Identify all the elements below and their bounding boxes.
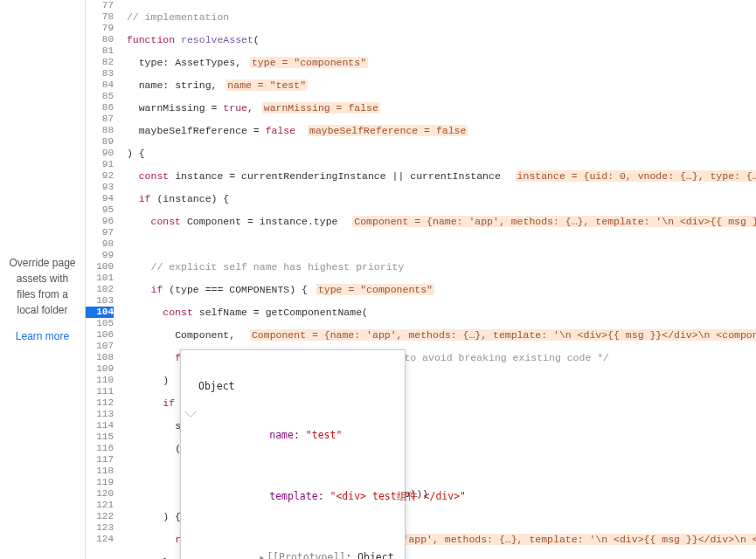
tooltip-prop-val: "<div> test组件 </div>" — [330, 490, 467, 502]
sidebar-help-text: Override page assets with files from a l… — [7, 255, 78, 318]
inline-hint: name = "test" — [225, 79, 308, 91]
inline-hint: type = "components" — [250, 57, 368, 68]
tooltip-prop-key: template — [269, 490, 317, 502]
tooltip-title: Object — [188, 380, 398, 392]
current-line-number: 104 — [86, 307, 114, 318]
code-editor[interactable]: 77 78 79 80 81 82 83 84 85 86 87 88 89 9… — [85, 0, 756, 559]
comment: // implementation — [127, 11, 229, 23]
expand-arrow-icon[interactable]: ▸ — [259, 551, 265, 559]
value-tooltip[interactable]: Object name: "test" template: "<div> tes… — [180, 349, 406, 559]
overrides-sidebar: Override page assets with files from a l… — [0, 246, 85, 559]
learn-more-link[interactable]: Learn more — [7, 328, 78, 344]
tooltip-proto[interactable]: [[Prototype]] — [267, 551, 345, 559]
tooltip-prop-val: "test" — [306, 429, 343, 441]
tooltip-prop-key: name — [269, 429, 294, 441]
code-content[interactable]: // implementation function resolveAsset(… — [121, 0, 756, 559]
line-number-gutter: 77 78 79 80 81 82 83 84 85 86 87 88 89 9… — [86, 0, 121, 559]
